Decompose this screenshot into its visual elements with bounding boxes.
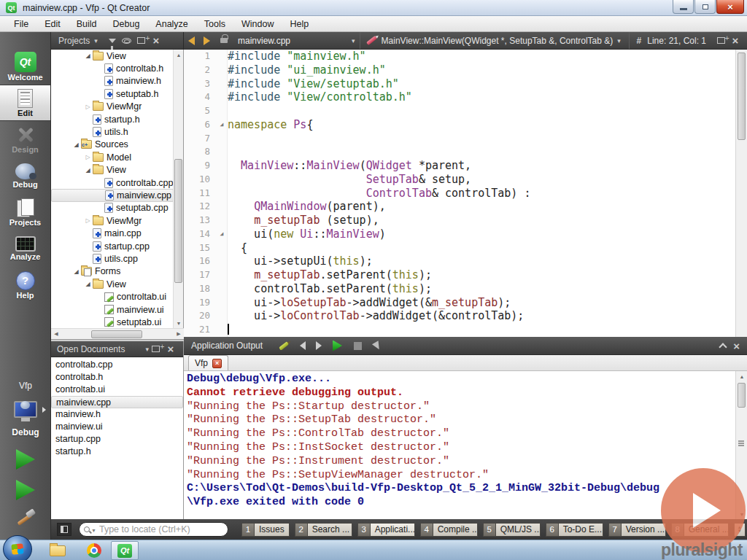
tree-item[interactable]: ◢View <box>51 164 174 176</box>
expand-icon[interactable]: ▷ <box>83 104 93 110</box>
tree-item[interactable]: utils.h <box>51 125 174 138</box>
tree-item[interactable]: mainview.cpp <box>51 189 174 201</box>
scroll-right-icon[interactable]: ▶ <box>174 329 184 339</box>
start-debugging-button[interactable] <box>16 480 35 500</box>
menu-tools[interactable]: Tools <box>196 17 233 31</box>
open-document-item[interactable]: mainview.h <box>51 408 183 421</box>
rerun-icon[interactable] <box>333 341 342 351</box>
collapse-icon[interactable]: ◢ <box>83 281 93 287</box>
locator-input[interactable] <box>99 524 209 534</box>
tree-item[interactable]: ▷ViewMgr <box>51 101 174 113</box>
split-editor-icon[interactable] <box>713 34 728 48</box>
output-text-area[interactable]: Debug\debug\Vfp.exe...Cannot retrieve de… <box>184 371 735 519</box>
pane-dropdown-icon[interactable]: ▾ <box>94 37 98 44</box>
tree-item[interactable]: controltab.ui <box>51 290 174 303</box>
tree-item[interactable]: startup.cpp <box>51 240 174 252</box>
output-pane-button-5[interactable]: 5QML/JS ... <box>483 523 541 537</box>
file-dropdown-icon[interactable]: ▾ <box>352 37 355 44</box>
open-document-item[interactable]: mainview.ui <box>51 421 183 433</box>
tree-item[interactable]: main.cpp <box>51 227 174 239</box>
fold-marker-icon[interactable]: ◢ <box>216 228 228 241</box>
mode-help[interactable]: ?Help <box>0 267 50 303</box>
start-orb-icon[interactable] <box>3 535 32 560</box>
tree-horizontal-scrollbar[interactable]: ◀ ▶ <box>51 328 184 339</box>
explorer-taskbar-icon[interactable] <box>45 542 70 559</box>
tree-item[interactable]: utils.cpp <box>51 252 174 265</box>
open-file-dropdown[interactable]: mainview.cpp <box>238 36 290 46</box>
scroll-left-icon[interactable]: ◀ <box>51 329 61 339</box>
split-pane-icon[interactable] <box>149 342 163 357</box>
close-pane-icon[interactable]: × <box>163 342 178 357</box>
expand-icon[interactable]: ▷ <box>83 217 93 224</box>
collapse-icon[interactable]: ◢ <box>83 52 93 59</box>
tree-item[interactable]: ◢Forms <box>51 265 174 278</box>
output-pane-button-6[interactable]: 6To-Do E... <box>546 523 603 537</box>
open-document-item[interactable]: controltab.ui <box>51 384 183 396</box>
tree-item[interactable]: startup.h <box>51 113 174 125</box>
menu-help[interactable]: Help <box>282 17 317 31</box>
scroll-down-icon[interactable]: ▼ <box>174 318 184 328</box>
menu-window[interactable]: Window <box>233 17 282 31</box>
locator-dropdown-icon[interactable]: ▼ <box>91 528 96 533</box>
output-pane-button-4[interactable]: 4Compile ... <box>420 523 478 537</box>
mode-analyze[interactable]: Analyze <box>0 230 50 267</box>
menu-edit[interactable]: Edit <box>36 17 69 31</box>
collapse-icon[interactable]: ◢ <box>83 167 93 174</box>
build-button[interactable] <box>15 509 36 528</box>
mode-projects[interactable]: Projects <box>0 194 50 230</box>
scroll-up-icon[interactable]: ▲ <box>737 371 747 381</box>
close-output-pane-icon[interactable]: × <box>733 341 740 351</box>
minimize-button[interactable] <box>673 0 694 14</box>
tree-item[interactable]: controltab.cpp <box>51 176 174 189</box>
close-pane-icon[interactable]: × <box>149 34 163 48</box>
open-document-item[interactable]: controltab.cpp <box>51 359 183 371</box>
maximize-pane-icon[interactable] <box>719 343 727 351</box>
filter-icon[interactable] <box>105 34 120 48</box>
menu-file[interactable]: File <box>6 17 36 31</box>
output-pane-button-7[interactable]: 7Version ... <box>608 523 666 537</box>
mode-welcome[interactable]: QtWelcome <box>0 48 50 85</box>
mode-debug[interactable]: Debug <box>0 158 50 194</box>
run-button[interactable] <box>16 449 35 470</box>
close-editor-icon[interactable]: × <box>728 34 743 48</box>
symbol-dropdown-icon[interactable]: ▾ <box>617 37 621 44</box>
tree-item[interactable]: setuptab.h <box>51 88 174 100</box>
symbol-dropdown[interactable]: MainView::MainView(QWidget *, SetupTab &… <box>382 36 614 46</box>
open-document-item[interactable]: controltab.h <box>51 371 183 384</box>
tree-vertical-scrollbar[interactable]: ▲ ▼ <box>173 50 183 328</box>
filter-output-icon[interactable] <box>279 341 289 350</box>
scrollbar-thumb[interactable] <box>738 383 746 408</box>
tree-item[interactable]: ◢Sources <box>51 139 174 151</box>
go-forward-icon[interactable] <box>204 36 210 45</box>
open-document-item[interactable]: startup.cpp <box>51 433 183 446</box>
menu-build[interactable]: Build <box>69 17 105 31</box>
close-button[interactable]: × <box>716 0 744 14</box>
expand-icon[interactable]: ▷ <box>83 154 93 160</box>
tree-item[interactable]: ◢View <box>51 278 174 290</box>
open-document-item[interactable]: startup.h <box>51 446 183 458</box>
next-item-icon[interactable] <box>316 341 322 350</box>
menu-analyze[interactable]: Analyze <box>147 17 196 31</box>
tree-item[interactable]: mainview.h <box>51 75 174 88</box>
tree-item[interactable]: mainview.ui <box>51 303 174 316</box>
menu-debug[interactable]: Debug <box>105 17 148 31</box>
go-back-icon[interactable] <box>188 36 195 45</box>
tree-item[interactable]: ▷Model <box>51 151 174 163</box>
output-tab-vfp[interactable]: Vfp × <box>188 355 228 370</box>
output-pane-button-1[interactable]: 1Issues <box>241 523 290 537</box>
collapse-icon[interactable]: ◢ <box>71 141 81 148</box>
tree-item[interactable]: controltab.h <box>51 62 174 74</box>
restore-button[interactable] <box>694 0 716 14</box>
tree-item[interactable]: setuptab.ui <box>51 316 174 328</box>
previous-item-icon[interactable] <box>300 341 306 350</box>
scroll-up-icon[interactable]: ▲ <box>174 50 184 60</box>
code-editor[interactable]: 1#include "mainview.h"2#include "ui_main… <box>184 50 747 337</box>
locator[interactable]: ▼ <box>79 522 228 537</box>
qtcreator-taskbar-button[interactable]: Qt <box>111 541 139 560</box>
scrollbar-thumb[interactable] <box>174 159 182 283</box>
tree-item[interactable]: ▷ViewMgr <box>51 214 174 227</box>
chrome-taskbar-icon[interactable] <box>82 542 107 559</box>
editor-vertical-scrollbar[interactable] <box>735 50 747 337</box>
tree-item[interactable]: ◢View <box>51 50 174 62</box>
toggle-sidebar-button[interactable] <box>57 523 71 536</box>
